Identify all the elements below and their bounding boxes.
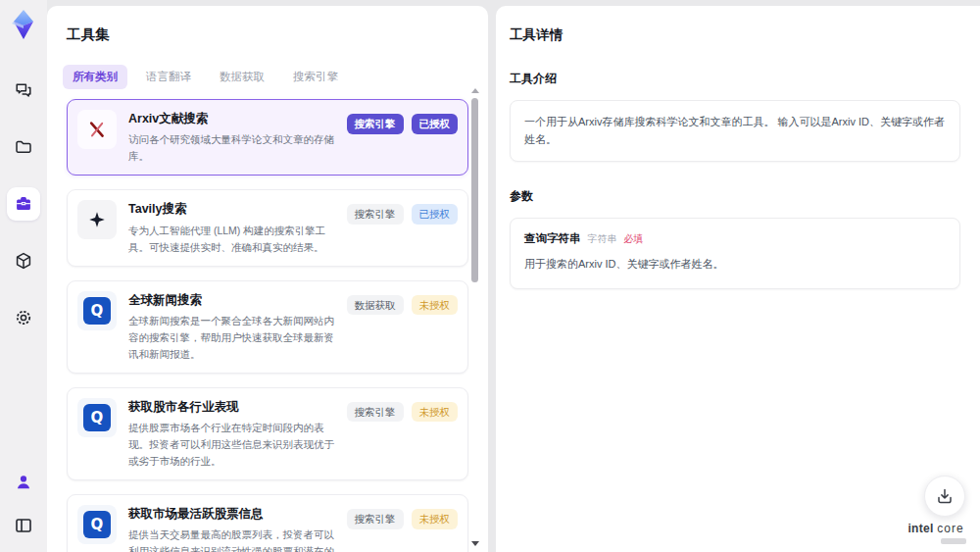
details-title: 工具详情 xyxy=(510,26,960,44)
tools-title: 工具集 xyxy=(67,25,488,44)
list-scrollbar[interactable] xyxy=(470,88,479,550)
tool-name: Tavily搜索 xyxy=(128,201,337,217)
scrollbar-thumb[interactable] xyxy=(471,98,478,282)
category-tabs: 所有类别语言翻译数据获取搜索引擎 xyxy=(63,65,488,89)
status-badge: 未授权 xyxy=(412,295,459,316)
tool-description: 全球新闻搜索是一个聚合全球各大新闻网站内容的搜索引擎，帮助用户快速获取全球最新资… xyxy=(128,313,337,363)
user-button[interactable] xyxy=(7,466,40,499)
scroll-down-icon[interactable] xyxy=(471,541,479,546)
tool-card[interactable]: Tavily搜索 专为人工智能代理 (LLM) 构建的搜索引擎工具。可快速提供实… xyxy=(67,189,468,266)
intel-core-logo: intel core xyxy=(904,523,968,544)
rail-item-chat[interactable] xyxy=(7,74,40,107)
tool-intro-text: 一个用于从Arxiv存储库搜索科学论文和文章的工具。 输入可以是Arxiv ID… xyxy=(510,100,960,162)
q-icon: Q xyxy=(77,505,117,544)
rail-item-toolbox[interactable] xyxy=(7,187,40,221)
tool-description: 访问各个研究领域大量科学论文和文章的存储库。 xyxy=(128,131,337,165)
tool-list: Arxiv文献搜索 访问各个研究领域大量科学论文和文章的存储库。 搜索引擎 已授… xyxy=(67,99,468,552)
q-icon: Q xyxy=(77,291,117,330)
category-badge: 数据获取 xyxy=(347,295,404,316)
tool-name: 获取市场最活跃股票信息 xyxy=(128,506,337,522)
status-badge: 未授权 xyxy=(412,509,459,529)
tool-card[interactable]: Q 获取股市各行业表现 提供股票市场各个行业在特定时间段内的表现。投资者可以利用… xyxy=(67,387,468,480)
status-badge: 已授权 xyxy=(412,114,459,134)
cube-icon xyxy=(14,251,33,271)
tool-description: 提供股票市场各个行业在特定时间段内的表现。投资者可以利用这些信息来识别表现优于或… xyxy=(128,420,337,470)
category-tab[interactable]: 搜索引擎 xyxy=(283,65,348,89)
param-required-badge: 必填 xyxy=(624,232,644,246)
settings-icon xyxy=(14,308,33,327)
tool-card[interactable]: Arxiv文献搜索 访问各个研究领域大量科学论文和文章的存储库。 搜索引擎 已授… xyxy=(67,99,468,176)
q-icon: Q xyxy=(77,398,117,437)
param-name: 查询字符串 xyxy=(524,231,581,246)
scroll-up-icon[interactable] xyxy=(471,88,479,93)
category-badge: 搜索引擎 xyxy=(347,509,404,529)
left-rail xyxy=(0,0,47,552)
toolbox-icon xyxy=(14,194,33,214)
intro-heading: 工具介绍 xyxy=(510,71,960,87)
tool-description: 提供当天交易量最高的股票列表，投资者可以利用这些信息来识别流动性强的股票和潜在的… xyxy=(128,527,337,552)
rail-item-cube[interactable] xyxy=(7,244,40,277)
category-tab[interactable]: 所有类别 xyxy=(63,65,127,89)
brand-sub-mark xyxy=(941,538,966,544)
category-badge: 搜索引擎 xyxy=(347,204,404,225)
category-badge: 搜索引擎 xyxy=(347,114,404,134)
parameter-card: 查询字符串 字符串 必填 用于搜索的Arxiv ID、关键字或作者姓名。 xyxy=(510,218,960,289)
folder-icon xyxy=(14,137,33,157)
brand-intel: intel xyxy=(907,522,933,535)
panel-toggle-button[interactable] xyxy=(7,509,40,542)
download-button[interactable] xyxy=(924,476,965,517)
tool-name: 全球新闻搜索 xyxy=(128,292,337,308)
tools-panel: 工具集 所有类别语言翻译数据获取搜索引擎 Arxiv文献搜索 访问各个研究领域大… xyxy=(47,6,488,552)
rail-item-settings[interactable] xyxy=(7,301,40,334)
status-badge: 未授权 xyxy=(412,402,459,423)
category-badge: 搜索引擎 xyxy=(347,402,404,423)
app-logo xyxy=(6,7,41,42)
rail-item-folder[interactable] xyxy=(7,130,40,164)
tool-card[interactable]: Q 全球新闻搜索 全球新闻搜索是一个聚合全球各大新闻网站内容的搜索引擎，帮助用户… xyxy=(67,280,468,374)
rail-nav xyxy=(7,74,40,334)
details-panel: 工具详情 工具介绍 一个用于从Arxiv存储库搜索科学论文和文章的工具。 输入可… xyxy=(496,6,980,552)
tool-description: 专为人工智能代理 (LLM) 构建的搜索引擎工具。可快速提供实时、准确和真实的结… xyxy=(128,223,337,256)
star-icon xyxy=(77,200,117,239)
param-description: 用于搜索的Arxiv ID、关键字或作者姓名。 xyxy=(524,256,946,273)
status-badge: 已授权 xyxy=(412,204,459,225)
params-heading: 参数 xyxy=(510,188,960,205)
tool-card[interactable]: Q 获取市场最活跃股票信息 提供当天交易量最高的股票列表，投资者可以利用这些信息… xyxy=(67,494,468,552)
category-tab[interactable]: 语言翻译 xyxy=(136,65,201,89)
category-tab[interactable]: 数据获取 xyxy=(210,65,274,89)
param-type: 字符串 xyxy=(588,232,617,246)
tool-name: Arxiv文献搜索 xyxy=(128,111,337,126)
arxiv-icon xyxy=(77,110,117,149)
tool-name: 获取股市各行业表现 xyxy=(128,399,337,415)
chat-icon xyxy=(14,80,33,100)
brand-core: core xyxy=(937,522,963,535)
